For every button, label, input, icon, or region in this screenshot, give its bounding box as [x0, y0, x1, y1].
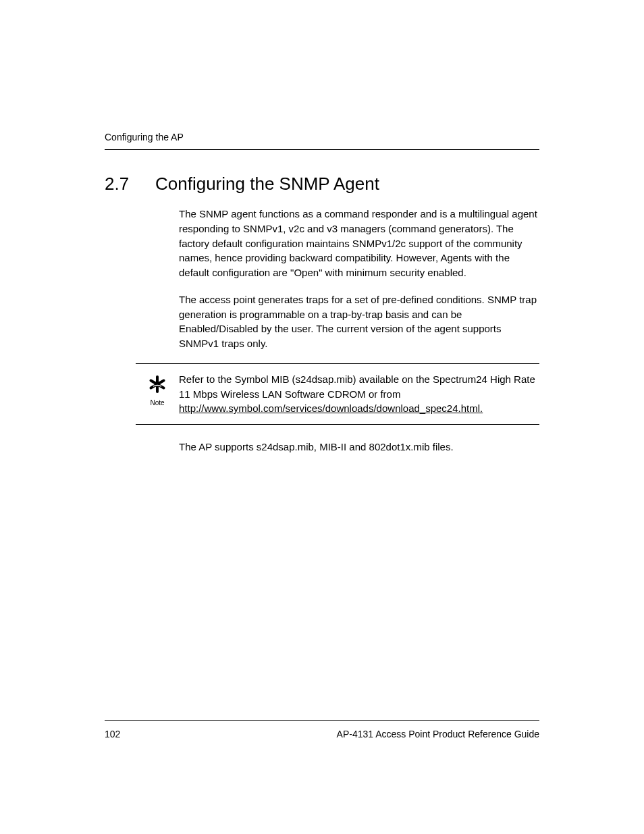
note-text: Refer to the Symbol MIB (s24dsap.mib) av… [179, 372, 539, 416]
section-title: Configuring the SNMP Agent [155, 174, 379, 194]
note-link[interactable]: http://www.symbol.com/services/downloads… [179, 402, 483, 414]
section-heading: 2.7 Configuring the SNMP Agent [105, 174, 539, 194]
header-rule [105, 149, 539, 150]
paragraph-3: The AP supports s24dsap.mib, MIB-II and … [179, 440, 539, 454]
body-text: The SNMP agent functions as a command re… [179, 207, 539, 351]
section-number: 2.7 [105, 174, 155, 194]
note-text-before-link: Refer to the Symbol MIB (s24dsap.mib) av… [179, 373, 535, 400]
paragraph-1: The SNMP agent functions as a command re… [179, 207, 539, 280]
paragraph-2: The access point generates traps for a s… [179, 292, 539, 351]
asterisk-note-icon [146, 373, 168, 398]
note-label: Note [150, 399, 164, 407]
footer-rule [105, 720, 539, 721]
page-footer: 102 AP-4131 Access Point Product Referen… [105, 720, 539, 739]
note-block: Note Refer to the Symbol MIB (s24dsap.mi… [136, 363, 539, 425]
running-head: Configuring the AP [105, 132, 539, 142]
footer-doc-title: AP-4131 Access Point Product Reference G… [337, 729, 539, 739]
body-text-after-note: The AP supports s24dsap.mib, MIB-II and … [179, 440, 539, 454]
page-number: 102 [105, 729, 120, 739]
note-icon-wrap: Note [136, 372, 179, 416]
